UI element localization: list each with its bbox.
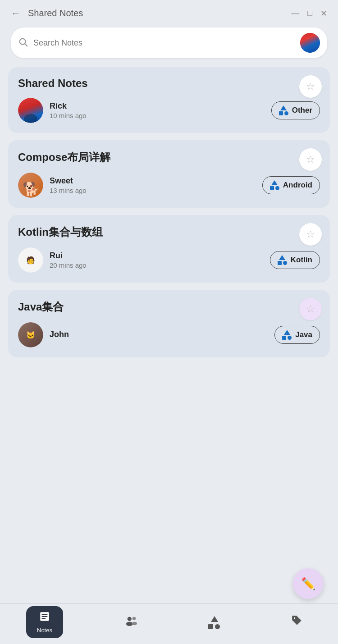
note-title-2: Compose布局详解 — [18, 150, 320, 164]
note-meta-3: 🧑 Rui 20 mins ago Kotlin — [18, 247, 320, 273]
window-title: Shared Notes — [28, 8, 83, 18]
star-button-2[interactable]: ☆ — [299, 148, 322, 171]
note-username-1: Rick — [50, 101, 265, 111]
minimize-button[interactable]: — — [291, 9, 299, 18]
svg-point-10 — [294, 617, 295, 619]
nav-item-tags[interactable] — [282, 611, 312, 633]
people-nav-icon — [124, 615, 138, 630]
nav-item-notes[interactable]: Notes — [26, 606, 63, 638]
notes-nav-icon — [39, 611, 50, 625]
note-title-4: Java集合 — [18, 300, 320, 314]
note-title-3: Kotlin集合与数组 — [18, 225, 320, 239]
tag-nav-icon — [291, 615, 303, 630]
note-tag-2[interactable]: Android — [262, 176, 320, 194]
nav-item-shapes[interactable] — [199, 612, 230, 632]
note-card-4[interactable]: Java集合 🐱 John Java ☆ — [8, 290, 330, 357]
note-user-info-3: Rui 20 mins ago — [50, 251, 264, 269]
search-bar — [11, 27, 327, 58]
note-meta-1: Rick 10 mins ago Other — [18, 98, 320, 123]
note-title-1: Shared Notes — [18, 77, 320, 90]
svg-line-1 — [25, 44, 27, 46]
search-icon — [18, 37, 28, 49]
note-card-1[interactable]: Shared Notes Rick 10 mins ago Other — [8, 67, 330, 133]
tag-label-3: Kotlin — [291, 256, 312, 265]
svg-point-6 — [128, 617, 132, 621]
tag-icon-3 — [278, 255, 287, 265]
user-avatar[interactable] — [300, 33, 320, 53]
note-card-3[interactable]: Kotlin集合与数组 🧑 Rui 20 mins ago Kotlin — [8, 215, 330, 283]
star-button-3[interactable]: ☆ — [299, 223, 322, 246]
search-input[interactable] — [33, 38, 295, 48]
note-avatar-4: 🐱 — [18, 322, 43, 347]
note-tag-1[interactable]: Other — [271, 101, 320, 119]
bottom-navigation: Notes — [0, 603, 338, 644]
note-avatar-2: 🐕 — [18, 173, 43, 198]
svg-point-9 — [132, 622, 137, 625]
note-avatar-3: 🧑 — [18, 247, 43, 273]
note-user-info-4: John — [50, 330, 268, 340]
back-button[interactable]: ← — [11, 9, 21, 18]
tag-label-1: Other — [292, 106, 312, 115]
tag-icon-2 — [270, 180, 279, 190]
nav-item-people[interactable] — [115, 611, 147, 633]
note-meta-4: 🐱 John Java — [18, 322, 320, 347]
note-time-3: 20 mins ago — [50, 261, 264, 269]
note-user-info-1: Rick 10 mins ago — [50, 101, 265, 119]
note-username-3: Rui — [50, 251, 264, 260]
note-avatar-1 — [18, 98, 43, 123]
notes-list: Shared Notes Rick 10 mins ago Other — [0, 67, 338, 571]
note-card-2[interactable]: Compose布局详解 🐕 Sweet 13 mins ago Android — [8, 140, 330, 208]
nav-label-notes: Notes — [37, 627, 52, 634]
tag-label-2: Android — [283, 181, 312, 190]
close-button[interactable]: ✕ — [320, 9, 327, 18]
window-controls: — □ ✕ — [291, 9, 327, 18]
maximize-button[interactable]: □ — [307, 9, 312, 18]
star-button-4[interactable]: ☆ — [299, 298, 322, 320]
svg-point-7 — [126, 622, 133, 626]
shapes-nav-icon — [208, 616, 221, 629]
title-bar: ← Shared Notes — □ ✕ — [0, 0, 338, 24]
note-user-info-2: Sweet 13 mins ago — [50, 176, 256, 194]
note-time-1: 10 mins ago — [50, 112, 265, 119]
note-username-4: John — [50, 330, 268, 339]
note-time-2: 13 mins ago — [50, 187, 256, 194]
tag-icon-1 — [279, 105, 288, 115]
tag-icon-4 — [282, 330, 292, 340]
title-bar-left: ← Shared Notes — [11, 8, 83, 18]
note-tag-4[interactable]: Java — [274, 326, 320, 344]
pencil-icon: ✏️ — [301, 577, 315, 591]
star-button-1[interactable]: ☆ — [299, 75, 322, 98]
tag-label-4: Java — [295, 330, 312, 339]
svg-point-8 — [132, 617, 136, 620]
note-username-2: Sweet — [50, 176, 256, 186]
note-tag-3[interactable]: Kotlin — [270, 251, 320, 269]
create-note-fab[interactable]: ✏️ — [293, 568, 324, 599]
note-meta-2: 🐕 Sweet 13 mins ago Android — [18, 173, 320, 198]
